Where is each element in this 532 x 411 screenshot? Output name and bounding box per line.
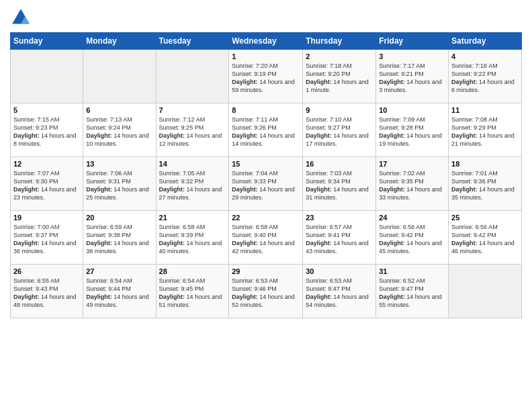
day-cell: 2Sunrise: 7:18 AMSunset: 9:20 PMDaylight… <box>303 50 376 103</box>
day-number: 14 <box>159 160 226 168</box>
weekday-header-thursday: Thursday <box>303 33 376 50</box>
day-info: Sunrise: 7:08 AMSunset: 9:29 PMDaylight:… <box>451 116 519 148</box>
day-number: 5 <box>13 106 80 114</box>
day-number: 29 <box>232 267 300 275</box>
daylight-label: Daylight: <box>379 186 406 193</box>
day-number: 13 <box>86 160 152 168</box>
day-info: Sunrise: 7:06 AMSunset: 9:31 PMDaylight:… <box>86 169 152 202</box>
day-number: 3 <box>379 52 445 60</box>
day-number: 11 <box>451 106 519 114</box>
day-cell: 10Sunrise: 7:09 AMSunset: 9:28 PMDayligh… <box>376 103 449 157</box>
day-info: Sunrise: 6:54 AMSunset: 9:45 PMDaylight:… <box>159 277 226 310</box>
day-info: Sunrise: 6:58 AMSunset: 9:40 PMDaylight:… <box>232 223 300 256</box>
daylight-label: Daylight: <box>232 186 259 193</box>
day-cell: 8Sunrise: 7:11 AMSunset: 9:26 PMDaylight… <box>229 103 303 157</box>
day-number: 23 <box>306 214 373 222</box>
day-number: 6 <box>86 106 152 114</box>
daylight-label: Daylight: <box>379 240 406 246</box>
day-cell: 23Sunrise: 6:57 AMSunset: 9:41 PMDayligh… <box>303 211 376 265</box>
day-info: Sunrise: 7:09 AMSunset: 9:28 PMDaylight:… <box>379 116 445 148</box>
daylight-label: Daylight: <box>159 240 187 246</box>
day-info: Sunrise: 7:11 AMSunset: 9:26 PMDaylight:… <box>232 116 300 148</box>
day-cell: 17Sunrise: 7:02 AMSunset: 9:35 PMDayligh… <box>376 157 449 211</box>
daylight-label: Daylight: <box>159 186 187 193</box>
day-cell: 18Sunrise: 7:01 AMSunset: 9:36 PMDayligh… <box>449 157 522 211</box>
daylight-label: Daylight: <box>379 132 406 139</box>
day-cell: 1Sunrise: 7:20 AMSunset: 9:19 PMDaylight… <box>229 50 303 103</box>
day-cell: 27Sunrise: 6:54 AMSunset: 9:44 PMDayligh… <box>83 265 156 318</box>
daylight-label: Daylight: <box>306 79 333 85</box>
day-cell <box>83 50 156 103</box>
day-cell <box>11 50 83 103</box>
daylight-label: Daylight: <box>86 186 114 193</box>
day-info: Sunrise: 7:18 AMSunset: 9:20 PMDaylight:… <box>306 62 373 95</box>
day-info: Sunrise: 6:58 AMSunset: 9:39 PMDaylight:… <box>159 223 226 256</box>
daylight-label: Daylight: <box>379 79 406 85</box>
day-number: 12 <box>13 160 80 168</box>
day-info: Sunrise: 6:57 AMSunset: 9:41 PMDaylight:… <box>306 223 373 256</box>
daylight-label: Daylight: <box>306 132 333 139</box>
day-cell: 22Sunrise: 6:58 AMSunset: 9:40 PMDayligh… <box>229 211 303 265</box>
day-cell <box>449 265 522 318</box>
daylight-label: Daylight: <box>86 240 114 246</box>
day-cell: 11Sunrise: 7:08 AMSunset: 9:29 PMDayligh… <box>449 103 522 157</box>
day-number: 1 <box>232 52 300 60</box>
day-cell: 20Sunrise: 6:59 AMSunset: 9:38 PMDayligh… <box>83 211 156 265</box>
week-row-4: 19Sunrise: 7:00 AMSunset: 9:37 PMDayligh… <box>11 211 522 265</box>
daylight-label: Daylight: <box>232 293 259 300</box>
day-number: 7 <box>159 106 226 114</box>
day-number: 2 <box>306 52 373 60</box>
day-info: Sunrise: 7:16 AMSunset: 9:22 PMDaylight:… <box>451 62 519 95</box>
day-info: Sunrise: 7:13 AMSunset: 9:24 PMDaylight:… <box>86 116 152 148</box>
day-number: 21 <box>159 214 226 222</box>
day-cell: 16Sunrise: 7:03 AMSunset: 9:34 PMDayligh… <box>303 157 376 211</box>
day-info: Sunrise: 7:04 AMSunset: 9:33 PMDaylight:… <box>232 169 300 202</box>
daylight-label: Daylight: <box>306 186 333 193</box>
day-number: 26 <box>13 267 80 275</box>
daylight-label: Daylight: <box>451 186 479 193</box>
weekday-header-friday: Friday <box>376 33 449 50</box>
day-number: 25 <box>451 214 519 222</box>
weekday-row: SundayMondayTuesdayWednesdayThursdayFrid… <box>11 33 522 50</box>
daylight-label: Daylight: <box>86 132 114 139</box>
day-cell: 4Sunrise: 7:16 AMSunset: 9:22 PMDaylight… <box>449 50 522 103</box>
day-info: Sunrise: 7:10 AMSunset: 9:27 PMDaylight:… <box>306 116 373 148</box>
calendar: SundayMondayTuesdayWednesdayThursdayFrid… <box>10 32 522 318</box>
week-row-5: 26Sunrise: 6:55 AMSunset: 9:43 PMDayligh… <box>11 265 522 318</box>
daylight-label: Daylight: <box>159 293 187 300</box>
daylight-label: Daylight: <box>451 240 479 246</box>
day-cell: 5Sunrise: 7:15 AMSunset: 9:23 PMDaylight… <box>11 103 83 157</box>
day-number: 30 <box>306 267 373 275</box>
day-info: Sunrise: 6:53 AMSunset: 9:47 PMDaylight:… <box>306 277 373 310</box>
day-info: Sunrise: 7:07 AMSunset: 9:30 PMDaylight:… <box>13 169 80 202</box>
day-number: 20 <box>86 214 152 222</box>
week-row-1: 1Sunrise: 7:20 AMSunset: 9:19 PMDaylight… <box>11 50 522 103</box>
day-info: Sunrise: 6:55 AMSunset: 9:43 PMDaylight:… <box>13 277 80 310</box>
daylight-label: Daylight: <box>379 293 406 300</box>
logo <box>10 7 34 28</box>
daylight-label: Daylight: <box>306 293 333 300</box>
day-number: 8 <box>232 106 300 114</box>
day-cell: 31Sunrise: 6:52 AMSunset: 9:47 PMDayligh… <box>376 265 449 318</box>
day-cell: 21Sunrise: 6:58 AMSunset: 9:39 PMDayligh… <box>156 211 229 265</box>
daylight-label: Daylight: <box>13 240 41 246</box>
day-number: 22 <box>232 214 300 222</box>
day-number: 28 <box>159 267 226 275</box>
day-info: Sunrise: 6:54 AMSunset: 9:44 PMDaylight:… <box>86 277 152 310</box>
day-info: Sunrise: 7:12 AMSunset: 9:25 PMDaylight:… <box>159 116 226 148</box>
day-info: Sunrise: 7:00 AMSunset: 9:37 PMDaylight:… <box>13 223 80 256</box>
week-row-3: 12Sunrise: 7:07 AMSunset: 9:30 PMDayligh… <box>11 157 522 211</box>
day-number: 17 <box>379 160 445 168</box>
daylight-label: Daylight: <box>13 186 41 193</box>
daylight-label: Daylight: <box>232 79 259 85</box>
day-number: 9 <box>306 106 373 114</box>
day-info: Sunrise: 7:15 AMSunset: 9:23 PMDaylight:… <box>13 116 80 148</box>
daylight-label: Daylight: <box>13 132 41 139</box>
daylight-label: Daylight: <box>451 132 479 139</box>
day-info: Sunrise: 7:05 AMSunset: 9:32 PMDaylight:… <box>159 169 226 202</box>
calendar-body: 1Sunrise: 7:20 AMSunset: 9:19 PMDaylight… <box>11 50 522 318</box>
day-cell: 30Sunrise: 6:53 AMSunset: 9:47 PMDayligh… <box>303 265 376 318</box>
daylight-label: Daylight: <box>159 132 187 139</box>
day-cell <box>156 50 229 103</box>
day-cell: 9Sunrise: 7:10 AMSunset: 9:27 PMDaylight… <box>303 103 376 157</box>
